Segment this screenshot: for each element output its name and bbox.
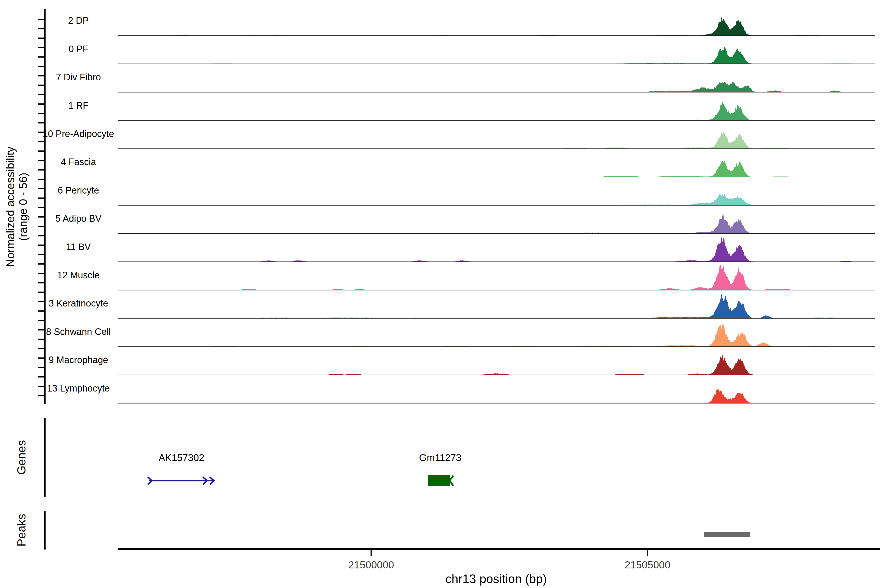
coverage-area: [118, 388, 874, 403]
coverage-track: 2 DP: [68, 15, 874, 36]
x-axis-tick: [370, 550, 372, 556]
accessibility-axis-tick: [38, 132, 44, 133]
accessibility-axis-tick: [38, 216, 44, 218]
coverage-area: [118, 237, 874, 262]
track-baseline: [118, 375, 874, 375]
gene: Gm11273: [419, 452, 462, 486]
coverage-area: [118, 214, 874, 234]
peaks-section-label: Peaks: [15, 514, 28, 546]
x-axis-title: chr13 position (bp): [446, 572, 547, 586]
accessibility-axis-tick: [38, 207, 44, 208]
track-label: 8 Schwann Cell: [46, 327, 111, 337]
coverage-track: 9 Macrophage: [49, 354, 874, 375]
accessibility-axis-tick: [38, 226, 44, 227]
accessibility-axis-tick: [38, 376, 44, 378]
coverage-track: 6 Pericyte: [58, 185, 874, 206]
peak-annotations: [704, 532, 750, 537]
coverage-area: [118, 265, 874, 290]
accessibility-axis-tick: [38, 282, 44, 284]
accessibility-axis-tick: [38, 104, 44, 105]
track-label: 7 Div Fibro: [56, 72, 101, 82]
gene-name-label: Gm11273: [419, 452, 462, 463]
track-baseline: [118, 35, 874, 36]
accessibility-axis-tick: [38, 160, 44, 161]
accessibility-axis-tick: [38, 235, 44, 236]
accessibility-axis-tick: [38, 367, 44, 368]
coverage-track: 4 Fascia: [61, 157, 874, 177]
track-baseline: [118, 290, 874, 290]
accessibility-axis-tick: [38, 75, 44, 76]
x-axis-line: [118, 548, 880, 550]
coverage-track: 3 Keratinocyte: [49, 294, 874, 318]
coverage-track: 7 Div Fibro: [56, 72, 874, 92]
track-label: 4 Fascia: [61, 157, 96, 167]
track-label: 13 Lymphocyte: [47, 383, 110, 393]
track-baseline: [118, 346, 874, 347]
coverage-track: 10 Pre-Adipocyte: [43, 129, 874, 149]
coverage-track: 5 Adipo BV: [56, 213, 874, 234]
accessibility-axis-tick: [38, 38, 44, 39]
track-baseline: [118, 205, 874, 206]
track-baseline: [118, 403, 874, 403]
track-baseline: [118, 233, 874, 234]
coverage-track: 0 PF: [69, 44, 874, 64]
coverage-area: [118, 194, 874, 205]
strand-arrowhead-left-icon: [450, 476, 453, 486]
accessibility-tracks: 2 DP0 PF7 Div Fibro1 RF10 Pre-Adipocyte4…: [43, 15, 874, 403]
accessibility-axis-tick: [38, 56, 44, 58]
coverage-area: [118, 324, 874, 346]
track-baseline: [118, 120, 874, 120]
gene-name-label: AK157302: [159, 452, 204, 463]
gene-body-box: [428, 475, 450, 486]
accessibility-axis-tick: [38, 66, 44, 67]
accessibility-axis-tick: [38, 188, 44, 189]
accessibility-axis-tick: [38, 141, 44, 142]
genes-axis-bar: [44, 418, 46, 497]
accessibility-axis-tick: [38, 348, 44, 350]
coverage-track: 8 Schwann Cell: [46, 324, 874, 347]
track-baseline: [118, 261, 874, 262]
coverage-area: [118, 354, 874, 375]
track-label: 6 Pericyte: [58, 185, 99, 195]
accessibility-axis-tick: [38, 291, 44, 293]
track-label: 12 Muscle: [57, 270, 99, 280]
accessibility-axis-tick: [38, 150, 44, 152]
genes-section-label: Genes: [15, 440, 28, 475]
accessibility-axis-tick: [38, 244, 44, 246]
coverage-plot-svg: Normalized accessibility (range 0 - 56) …: [0, 0, 882, 588]
track-baseline: [118, 177, 874, 177]
peak-bar: [704, 532, 750, 537]
gene-body-line: [149, 480, 214, 482]
track-label: 11 BV: [66, 242, 91, 252]
accessibility-axis-tick: [38, 273, 44, 274]
x-axis-tick: [647, 550, 648, 556]
track-label: 5 Adipo BV: [56, 213, 102, 224]
peaks-axis-bar: [44, 511, 46, 549]
accessibility-axis-tick: [38, 254, 44, 255]
accessibility-axis-tick: [38, 84, 44, 86]
track-baseline: [118, 92, 874, 92]
accessibility-axis-tick: [38, 263, 44, 265]
y-axis-label-line2: (range 0 - 56): [16, 173, 29, 241]
accessibility-axis-tick: [38, 198, 44, 199]
track-baseline: [118, 64, 874, 64]
track-baseline: [118, 148, 874, 149]
y-axis-label-line1: Normalized accessibility: [4, 147, 16, 267]
coverage-area: [118, 160, 874, 177]
genome-coverage-figure: Normalized accessibility (range 0 - 56) …: [0, 0, 882, 588]
coverage-track: 12 Muscle: [57, 265, 874, 290]
accessibility-axis-tick: [38, 357, 44, 358]
track-label: 2 DP: [68, 15, 89, 26]
x-axis-tick-label: 21505000: [624, 559, 670, 571]
coverage-track: 13 Lymphocyte: [47, 383, 874, 404]
x-axis-tick-label: 21500000: [348, 559, 394, 571]
accessibility-axis-tick: [38, 19, 44, 20]
accessibility-axis-tick: [38, 178, 44, 180]
track-label: 3 Keratinocyte: [49, 298, 108, 309]
accessibility-axis-tick: [38, 94, 44, 95]
accessibility-axis-tick: [38, 122, 44, 123]
track-label: 0 PF: [69, 44, 88, 54]
coverage-area: [118, 16, 874, 36]
coverage-area: [118, 294, 874, 318]
gene: AK157302: [148, 452, 214, 484]
